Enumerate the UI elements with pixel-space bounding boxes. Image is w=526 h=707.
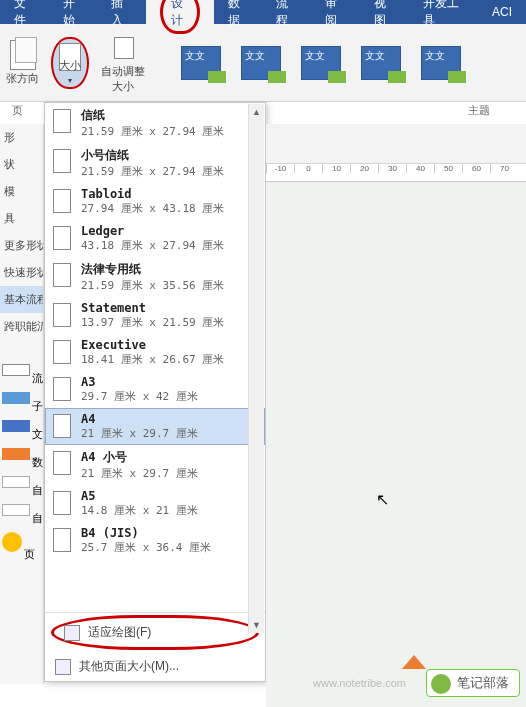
tab-process[interactable]: 流程 bbox=[262, 0, 311, 24]
size-dim: 29.7 厘米 x 42 厘米 bbox=[81, 389, 198, 404]
size-name: Executive bbox=[81, 338, 224, 352]
fit-to-drawing[interactable]: 适应绘图(F) bbox=[51, 615, 259, 650]
size-option-a4-[interactable]: A4 小号21 厘米 x 29.7 厘米 bbox=[45, 445, 265, 485]
page-icon bbox=[53, 377, 71, 401]
size-button[interactable]: 大小 ▾ bbox=[45, 24, 95, 101]
size-name: A3 bbox=[81, 375, 198, 389]
size-option-ledger[interactable]: Ledger43.18 厘米 x 27.94 厘米 bbox=[45, 220, 265, 257]
page-group-label: 页 bbox=[12, 103, 23, 118]
cursor-icon: ↖ bbox=[376, 490, 389, 509]
swatch-row[interactable]: 页 bbox=[0, 526, 43, 562]
tab-view[interactable]: 视图 bbox=[360, 0, 409, 24]
size-dim: 14.8 厘米 x 21 厘米 bbox=[81, 503, 198, 518]
theme-option-2[interactable]: 文文 bbox=[241, 46, 281, 80]
cross-functional[interactable]: 跨职能流 bbox=[0, 313, 43, 340]
page-icon bbox=[53, 414, 71, 438]
autofit-button[interactable]: 自动调整 大小 bbox=[95, 24, 151, 101]
size-dim: 13.97 厘米 x 21.59 厘米 bbox=[81, 315, 224, 330]
basic-flowchart[interactable]: 基本流程 bbox=[0, 286, 43, 313]
size-option-a4[interactable]: A421 厘米 x 29.7 厘米 bbox=[45, 408, 265, 445]
tab-aci[interactable]: ACI bbox=[478, 0, 526, 24]
menu-tabbar: 文件 开始 插入 设计 数据 流程 审阅 视图 开发工具 ACI bbox=[0, 0, 526, 24]
page-icon bbox=[53, 340, 71, 364]
size-name: 信纸 bbox=[81, 107, 224, 124]
size-option--[interactable]: 法律专用纸21.59 厘米 x 35.56 厘米 bbox=[45, 257, 265, 297]
tab-data[interactable]: 数据 bbox=[214, 0, 263, 24]
size-option--[interactable]: 信纸21.59 厘米 x 27.94 厘米 bbox=[45, 103, 265, 143]
scroll-down-icon[interactable]: ▼ bbox=[249, 617, 264, 633]
shapes-panel: 形 状 模 具 更多形状 快速形状 基本流程 跨职能流 流 子 文 数 自 自 … bbox=[0, 124, 44, 684]
swatch-row[interactable]: 文 bbox=[0, 414, 43, 442]
tab-home[interactable]: 开始 bbox=[49, 0, 98, 24]
panel-row: 状 bbox=[0, 151, 43, 178]
size-name: Tabloid bbox=[81, 187, 224, 201]
size-dim: 21.59 厘米 x 27.94 厘米 bbox=[81, 164, 224, 179]
size-option-a3[interactable]: A329.7 厘米 x 42 厘米 bbox=[45, 371, 265, 408]
size-name: A4 bbox=[81, 412, 198, 426]
autofit-label2: 大小 bbox=[112, 79, 134, 94]
watermark-logo-icon bbox=[402, 655, 426, 675]
page-icon bbox=[53, 528, 71, 552]
more-shapes[interactable]: 更多形状 bbox=[0, 232, 43, 259]
page-icon bbox=[53, 451, 71, 475]
size-dim: 27.94 厘米 x 43.18 厘米 bbox=[81, 201, 224, 216]
size-name: Ledger bbox=[81, 224, 224, 238]
size-option-a5[interactable]: A514.8 厘米 x 21 厘米 bbox=[45, 485, 265, 522]
size-option-b4-jis-[interactable]: B4 (JIS)25.7 厘米 x 36.4 厘米 bbox=[45, 522, 265, 559]
page-icon bbox=[53, 109, 71, 133]
tab-insert[interactable]: 插入 bbox=[97, 0, 146, 24]
swatch-row[interactable]: 子 bbox=[0, 386, 43, 414]
size-name: A4 小号 bbox=[81, 449, 198, 466]
size-name: 法律专用纸 bbox=[81, 261, 224, 278]
page-icon bbox=[53, 226, 71, 250]
size-name: 小号信纸 bbox=[81, 147, 224, 164]
tab-design[interactable]: 设计 bbox=[146, 0, 214, 24]
swatch-row[interactable]: 自 bbox=[0, 470, 43, 498]
page-setup-icon bbox=[55, 659, 71, 675]
chevron-down-icon: ▾ bbox=[68, 76, 72, 85]
quick-shapes[interactable]: 快速形状 bbox=[0, 259, 43, 286]
size-name: Statement bbox=[81, 301, 224, 315]
tab-developer[interactable]: 开发工具 bbox=[409, 0, 478, 24]
page-icon bbox=[53, 491, 71, 515]
tab-review[interactable]: 审阅 bbox=[311, 0, 360, 24]
size-option-tabloid[interactable]: Tabloid27.94 厘米 x 43.18 厘米 bbox=[45, 183, 265, 220]
autofit-icon bbox=[110, 35, 136, 61]
swatch-row[interactable]: 流 bbox=[0, 358, 43, 386]
watermark-brand: 笔记部落 bbox=[426, 669, 520, 697]
size-dim: 21.59 厘米 x 35.56 厘米 bbox=[81, 278, 224, 293]
drawing-canvas[interactable]: -10010203040506070 bbox=[266, 124, 526, 707]
theme-option-5[interactable]: 文文 bbox=[421, 46, 461, 80]
scrollbar[interactable]: ▲ ▼ bbox=[248, 104, 264, 633]
size-option--[interactable]: 小号信纸21.59 厘米 x 27.94 厘米 bbox=[45, 143, 265, 183]
orientation-button[interactable]: 张方向 bbox=[0, 24, 45, 101]
panel-row: 模 bbox=[0, 178, 43, 205]
page-icon bbox=[53, 149, 71, 173]
fit-icon bbox=[64, 625, 80, 641]
size-dim: 21 厘米 x 29.7 厘米 bbox=[81, 426, 198, 441]
size-dropdown: 信纸21.59 厘米 x 27.94 厘米小号信纸21.59 厘米 x 27.9… bbox=[44, 102, 266, 682]
size-dim: 43.18 厘米 x 27.94 厘米 bbox=[81, 238, 224, 253]
theme-option-3[interactable]: 文文 bbox=[301, 46, 341, 80]
size-label: 大小 bbox=[59, 58, 81, 73]
tab-file[interactable]: 文件 bbox=[0, 0, 49, 24]
watermark-url: www.notetribe.com bbox=[313, 677, 406, 689]
size-dim: 21.59 厘米 x 27.94 厘米 bbox=[81, 124, 224, 139]
swatch-row[interactable]: 自 bbox=[0, 498, 43, 526]
autofit-label1: 自动调整 bbox=[101, 64, 145, 79]
more-page-sizes[interactable]: 其他页面大小(M)... bbox=[45, 652, 265, 681]
orientation-label: 张方向 bbox=[6, 71, 39, 86]
size-option-statement[interactable]: Statement13.97 厘米 x 21.59 厘米 bbox=[45, 297, 265, 334]
size-dim: 21 厘米 x 29.7 厘米 bbox=[81, 466, 198, 481]
horizontal-ruler: -10010203040506070 bbox=[266, 164, 526, 182]
theme-option-1[interactable]: 文文 bbox=[181, 46, 221, 80]
theme-option-4[interactable]: 文文 bbox=[361, 46, 401, 80]
size-dim: 18.41 厘米 x 26.67 厘米 bbox=[81, 352, 224, 367]
panel-row: 形 bbox=[0, 124, 43, 151]
scroll-up-icon[interactable]: ▲ bbox=[249, 104, 264, 120]
orientation-icon bbox=[10, 40, 36, 70]
swatch-row[interactable]: 数 bbox=[0, 442, 43, 470]
page-icon bbox=[53, 303, 71, 327]
ribbon: 张方向 大小 ▾ 自动调整 大小 文文 文文 文文 文文 文文 bbox=[0, 24, 526, 102]
size-option-executive[interactable]: Executive18.41 厘米 x 26.67 厘米 bbox=[45, 334, 265, 371]
